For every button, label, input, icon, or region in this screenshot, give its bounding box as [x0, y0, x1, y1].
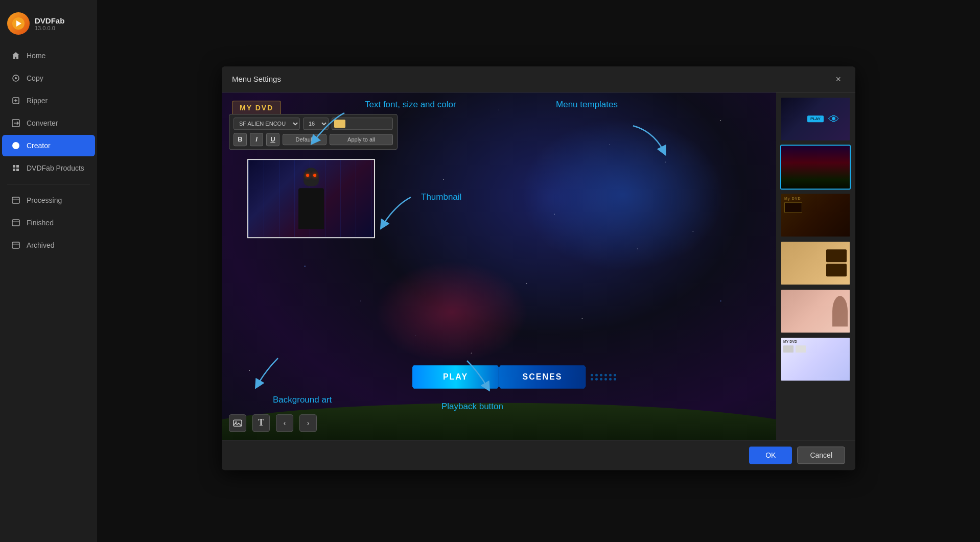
apply-to-all-button[interactable]: Apply to all	[330, 134, 393, 145]
image-tool-button[interactable]	[229, 414, 246, 432]
sidebar-item-processing-label: Processing	[27, 196, 62, 204]
dvd-title-text: MY DVD	[240, 104, 273, 112]
modal-header: Menu Settings ×	[222, 66, 855, 92]
sidebar-item-archived-label: Archived	[27, 241, 54, 249]
template-thumb-2[interactable]	[780, 145, 851, 190]
dvd-title-bar[interactable]: MY DVD	[232, 101, 281, 115]
dot	[600, 378, 602, 380]
app-version: 13.0.0.0	[35, 25, 64, 31]
template-thumb-1[interactable]: PLAY 👁	[780, 97, 851, 142]
sidebar-item-copy[interactable]: Copy	[2, 67, 95, 89]
sidebar-item-dvdfab[interactable]: DVDFab Products	[2, 157, 95, 179]
text-tool-button[interactable]: T	[252, 414, 270, 432]
sidebar-divider	[7, 184, 90, 184]
main-area: Menu Settings × MY DVD	[97, 0, 980, 542]
dot	[595, 378, 598, 380]
svg-rect-6	[13, 165, 15, 168]
font-family-select[interactable]: SF ALIEN ENCOU	[234, 117, 300, 130]
dot	[591, 378, 593, 380]
templates-panel: PLAY 👁 My DVD	[776, 92, 855, 440]
sub-nav: Processing Finished Archived	[0, 190, 97, 256]
sidebar-item-processing[interactable]: Processing	[2, 190, 95, 211]
dot	[614, 373, 616, 376]
home-icon	[11, 51, 20, 60]
nebula-decoration	[521, 118, 725, 271]
sidebar-item-archived[interactable]: Archived	[2, 234, 95, 256]
archived-icon	[11, 241, 20, 250]
color-swatch	[334, 120, 345, 128]
figure-eye-right	[313, 174, 316, 177]
thumbnail-inner	[248, 160, 374, 237]
color-picker[interactable]	[332, 117, 393, 130]
copy-icon	[11, 74, 20, 83]
prev-button[interactable]: ‹	[276, 414, 293, 432]
font-row2: B I U Default Apply to all	[234, 133, 393, 146]
app-name: DVDFab	[35, 16, 64, 25]
svg-rect-8	[13, 169, 15, 171]
svg-rect-11	[12, 220, 19, 226]
svg-rect-7	[16, 165, 19, 168]
sidebar-item-converter[interactable]: Converter	[2, 112, 95, 134]
ok-button[interactable]: OK	[749, 446, 792, 464]
font-size-select[interactable]: 16	[303, 117, 329, 130]
default-button[interactable]: Default	[283, 134, 326, 145]
menu-settings-modal: Menu Settings × MY DVD	[222, 66, 855, 470]
dot	[595, 373, 598, 376]
dot	[591, 373, 593, 376]
playback-area: PLAY SCENES	[412, 365, 586, 389]
bold-button[interactable]: B	[234, 133, 247, 146]
template-thumb-4[interactable]	[780, 241, 851, 286]
cancel-button[interactable]: Cancel	[797, 446, 845, 464]
next-icon: ›	[307, 419, 310, 427]
sidebar-item-home-label: Home	[27, 52, 45, 60]
modal-title: Menu Settings	[232, 75, 281, 83]
sidebar-item-home[interactable]: Home	[2, 45, 95, 66]
dvdfab-products-icon	[11, 163, 20, 173]
figure-body	[298, 188, 324, 229]
logo-area: DVDFab 13.0.0.0	[0, 5, 97, 45]
sidebar-item-finished[interactable]: Finished	[2, 212, 95, 233]
svg-point-5	[12, 142, 19, 149]
font-toolbar: SF ALIEN ENCOU 16 B I U	[229, 114, 398, 150]
figure-silhouette	[291, 168, 332, 229]
finished-icon	[11, 218, 20, 227]
close-button[interactable]: ×	[831, 73, 845, 86]
bottom-toolbar: T ‹ ›	[229, 414, 317, 432]
svg-point-2	[15, 77, 17, 79]
canvas-area: MY DVD SF ALIEN ENCOU 16	[222, 92, 776, 440]
template-thumb-3[interactable]: My DVD	[780, 193, 851, 238]
font-row1: SF ALIEN ENCOU 16	[234, 117, 393, 130]
dot	[609, 378, 612, 380]
template-thumb-6[interactable]: MY DVD	[780, 337, 851, 382]
sidebar-item-finished-label: Finished	[27, 219, 54, 227]
template-thumb-5[interactable]	[780, 289, 851, 334]
sidebar-item-copy-label: Copy	[27, 74, 43, 82]
main-nav: Home Copy Ripper	[0, 45, 97, 179]
tmpl-play-label: PLAY	[807, 115, 824, 122]
dot	[604, 378, 607, 380]
sidebar-item-dvdfab-label: DVDFab Products	[27, 164, 84, 172]
scenes-button[interactable]: SCENES	[499, 365, 586, 389]
template-bg-1: PLAY 👁	[781, 98, 850, 140]
italic-button[interactable]: I	[250, 133, 263, 146]
nebula2-decoration	[375, 261, 528, 363]
playback-dots	[591, 373, 617, 380]
sidebar-item-ripper-label: Ripper	[27, 97, 48, 105]
thumbnail-box[interactable]	[247, 159, 375, 238]
dot	[609, 373, 612, 376]
dot	[614, 378, 616, 380]
sidebar: DVDFab 13.0.0.0 Home Copy	[0, 0, 97, 542]
modal-body: MY DVD SF ALIEN ENCOU 16	[222, 92, 855, 440]
modal-overlay: Menu Settings × MY DVD	[97, 0, 980, 542]
sidebar-item-creator[interactable]: Creator	[2, 135, 95, 156]
text-tool-icon: T	[258, 417, 264, 428]
underline-button[interactable]: U	[266, 133, 279, 146]
converter-icon	[11, 119, 20, 128]
play-button[interactable]: PLAY	[412, 365, 499, 389]
sidebar-item-ripper[interactable]: Ripper	[2, 90, 95, 111]
dot	[604, 373, 607, 376]
logo-icon	[7, 12, 30, 35]
logo-text-area: DVDFab 13.0.0.0	[35, 16, 64, 31]
figure-head	[304, 168, 319, 186]
next-button[interactable]: ›	[299, 414, 317, 432]
